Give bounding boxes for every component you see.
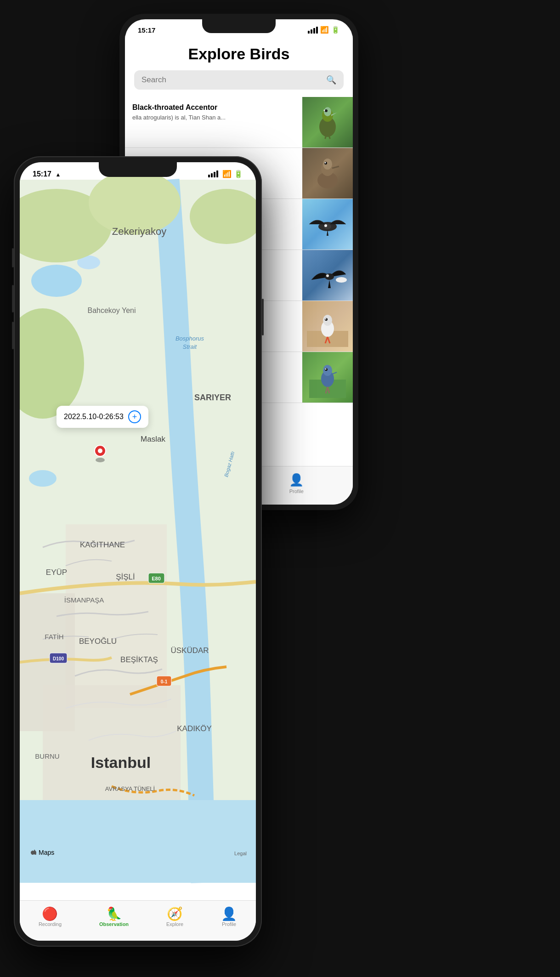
profile-icon-back: 👤: [289, 473, 304, 487]
tab-explore-front[interactable]: 🧭 Explore: [166, 908, 183, 927]
svg-point-2: [324, 107, 331, 116]
battery-front: 🔋: [234, 170, 243, 178]
svg-rect-39: [66, 524, 167, 708]
apple-icon: [29, 849, 36, 856]
callout-time: 2022.5.10-0:26:53: [64, 413, 124, 421]
svg-text:SARIYER: SARIYER: [194, 393, 231, 402]
maps-label: Maps: [39, 849, 54, 856]
bird-desc: ella atrogularis) is al, Tian Shan a...: [132, 114, 295, 122]
vol-up-button[interactable]: [12, 285, 14, 312]
tab-bar-front: 🔴 Recording 🦜 Observation 🧭 Explore 👤 Pr…: [20, 900, 256, 941]
tab-recording-label: Recording: [39, 921, 62, 927]
map-view[interactable]: E80 D100 0-1 Zekeriyakoy Bahcekoy Yeni S…: [20, 162, 256, 900]
search-input[interactable]: [141, 75, 322, 85]
svg-point-12: [324, 224, 327, 227]
svg-point-14: [326, 274, 329, 277]
svg-text:BEŞİKTAŞ: BEŞİKTAŞ: [120, 655, 158, 664]
svg-text:BURNU: BURNU: [35, 752, 59, 760]
svg-point-32: [31, 265, 82, 297]
svg-text:FATİH: FATİH: [45, 633, 63, 641]
svg-point-67: [96, 458, 105, 462]
svg-text:Bosphorus: Bosphorus: [175, 335, 204, 342]
notch-back: [202, 19, 276, 33]
svg-text:Istanbul: Istanbul: [91, 754, 151, 771]
bird-text: Black-throated Accentor ella atrogularis…: [125, 97, 302, 148]
svg-point-4: [324, 110, 325, 111]
wifi-back: 📶: [320, 26, 329, 34]
svg-point-69: [98, 449, 102, 453]
search-bar[interactable]: 🔍: [134, 70, 344, 90]
svg-text:Strait: Strait: [183, 343, 198, 350]
explore-title: Explore Birds: [125, 36, 353, 70]
tab-recording[interactable]: 🔴 Recording: [39, 908, 62, 927]
battery-back: 🔋: [331, 26, 340, 34]
svg-point-9: [325, 162, 326, 164]
svg-text:Zekeriyakoy: Zekeriyakoy: [112, 226, 167, 237]
tab-profile-label-back: Profile: [289, 488, 304, 494]
svg-point-18: [323, 315, 332, 326]
time-back: 15:17: [138, 26, 155, 34]
svg-text:ŞİŞLİ: ŞİŞLİ: [116, 573, 135, 581]
notch-front: [99, 162, 177, 177]
svg-text:KADIKÖY: KADIKÖY: [177, 724, 212, 733]
tab-profile-front[interactable]: 👤 Profile: [221, 908, 237, 927]
tab-observation-label: Observation: [99, 921, 129, 927]
svg-point-3: [325, 109, 328, 112]
svg-point-13: [325, 273, 334, 280]
bird-image: [302, 97, 353, 148]
svg-point-33: [29, 470, 57, 487]
apple-maps-logo: Maps: [29, 849, 54, 856]
tab-profile-back[interactable]: 👤 Profile: [289, 473, 304, 494]
svg-text:ÜSKÜDAR: ÜSKÜDAR: [170, 646, 209, 655]
tab-explore-label-front: Explore: [166, 921, 183, 927]
compass-icon-front: 🧭: [167, 908, 183, 920]
power-button[interactable]: [262, 299, 264, 335]
svg-point-36: [89, 170, 181, 235]
svg-point-22: [325, 318, 327, 320]
svg-text:D100: D100: [53, 656, 64, 661]
map-svg: E80 D100 0-1 Zekeriyakoy Bahcekoy Yeni S…: [20, 162, 256, 900]
bird-image: [302, 352, 353, 403]
svg-text:İSMANPAŞA: İSMANPAŞA: [64, 596, 104, 604]
svg-text:E80: E80: [152, 576, 161, 581]
svg-point-27: [325, 369, 327, 370]
map-callout[interactable]: 2022.5.10-0:26:53 +: [57, 406, 148, 428]
svg-rect-31: [20, 800, 256, 883]
bird-name: Black-throated Accentor: [132, 103, 295, 112]
gps-icon: ▲: [55, 171, 61, 178]
svg-text:EYÜP: EYÜP: [46, 568, 67, 577]
svg-text:KAĞITHANE: KAĞITHANE: [80, 540, 125, 549]
profile-icon-front: 👤: [221, 908, 237, 920]
svg-text:AVRASYA TÜNELİ: AVRASYA TÜNELİ: [105, 785, 155, 792]
legal-text: Legal: [234, 851, 247, 856]
tab-observation[interactable]: 🦜 Observation: [99, 908, 129, 927]
signal-front: [208, 170, 218, 177]
time-front: 15:17 ▲: [33, 170, 61, 178]
bird-image: [302, 148, 353, 199]
front-phone: 15:17 ▲ 📶 🔋: [14, 156, 262, 947]
svg-text:0-1: 0-1: [161, 679, 168, 684]
svg-point-15: [336, 277, 347, 283]
bird-image: [302, 301, 353, 352]
bird-item[interactable]: Black-throated Accentor ella atrogularis…: [125, 97, 353, 148]
recording-icon: 🔴: [42, 908, 58, 920]
svg-point-7: [323, 159, 332, 170]
callout-plus-button[interactable]: +: [128, 410, 141, 423]
svg-point-25: [323, 365, 332, 376]
search-icon: 🔍: [326, 75, 336, 85]
wifi-front: 📶: [222, 170, 232, 178]
bird-image: [302, 199, 353, 250]
svg-text:Maslak: Maslak: [141, 435, 165, 443]
bird-image: [302, 250, 353, 301]
silent-switch[interactable]: [12, 248, 14, 267]
tab-profile-label-front: Profile: [222, 921, 236, 927]
svg-text:BEYOĞLU: BEYOĞLU: [79, 637, 117, 646]
vol-down-button[interactable]: [12, 322, 14, 349]
signal-back: [308, 27, 318, 34]
svg-text:Bahcekoy Yeni: Bahcekoy Yeni: [88, 307, 136, 314]
observation-icon: 🦜: [106, 908, 122, 920]
plus-icon: +: [132, 412, 137, 422]
